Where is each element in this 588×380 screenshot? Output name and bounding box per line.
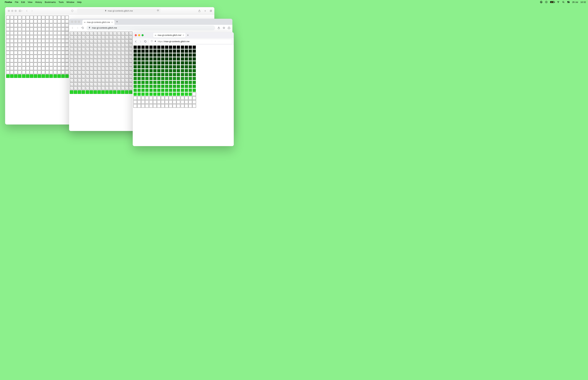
grid-cell bbox=[149, 45, 153, 49]
zoom-icon[interactable] bbox=[142, 34, 144, 36]
minimize-icon[interactable] bbox=[11, 10, 13, 12]
menu-tools[interactable]: Tools bbox=[58, 1, 64, 3]
grid-cell bbox=[165, 81, 169, 84]
grid-cell bbox=[14, 43, 18, 47]
active-app-name[interactable]: Firefox bbox=[5, 1, 12, 3]
grammarly-icon[interactable] bbox=[540, 1, 543, 3]
chrome-back-button[interactable] bbox=[71, 27, 74, 29]
menu-help[interactable]: Help bbox=[77, 1, 82, 3]
chrome-forward-button[interactable] bbox=[76, 27, 79, 29]
grid-cell bbox=[77, 67, 81, 70]
grid-cell bbox=[185, 61, 188, 65]
grid-cell bbox=[109, 39, 113, 43]
chrome-traffic-lights[interactable] bbox=[70, 21, 80, 23]
grid-cell bbox=[6, 51, 10, 55]
safari-address-bar[interactable]: max-gl-contexts.glitch.me bbox=[77, 8, 160, 13]
grid-cell bbox=[109, 36, 113, 39]
grid-cell bbox=[94, 39, 97, 43]
chrome-bookmark-button[interactable] bbox=[223, 27, 225, 29]
menu-window[interactable]: Window bbox=[67, 1, 74, 3]
grid-cell bbox=[54, 39, 57, 43]
zoom-icon[interactable] bbox=[15, 10, 17, 12]
firefox-forward-button[interactable] bbox=[139, 40, 142, 43]
chrome-address-bar[interactable]: max-gl-contexts.glitch.me bbox=[86, 25, 215, 30]
battery-icon[interactable]: ⚡ bbox=[550, 1, 554, 3]
grid-cell bbox=[149, 81, 153, 84]
safari-forward-button[interactable] bbox=[31, 10, 33, 12]
grid-cell bbox=[22, 55, 25, 58]
wifi-icon[interactable] bbox=[557, 1, 560, 3]
menu-edit[interactable]: Edit bbox=[21, 1, 25, 3]
firefox-back-button[interactable] bbox=[134, 40, 137, 43]
grid-cell bbox=[137, 92, 141, 96]
close-tab-icon[interactable]: × bbox=[183, 34, 184, 37]
grid-cell bbox=[185, 92, 188, 96]
menu-file[interactable]: File bbox=[15, 1, 18, 3]
menu-bookmarks[interactable]: Bookmarks bbox=[45, 1, 56, 3]
close-tab-icon[interactable]: × bbox=[112, 21, 113, 24]
safari-reload-button[interactable] bbox=[157, 9, 159, 12]
chrome-reload-button[interactable] bbox=[81, 27, 84, 29]
grid-cell bbox=[54, 23, 57, 27]
grid-cell bbox=[169, 53, 172, 57]
grid-cell bbox=[57, 39, 61, 43]
grid-cell bbox=[34, 55, 37, 58]
firefox-tab-active[interactable]: ∞ max-gl-contexts.glitch.me/ × bbox=[153, 33, 186, 38]
chrome-tab-active[interactable]: ∞ max-gl-contexts.glitch.me × bbox=[82, 20, 114, 25]
safari-tabs-button[interactable] bbox=[209, 10, 212, 12]
firefox-window: ∞ max-gl-contexts.glitch.me/ × + bbox=[133, 32, 234, 146]
firefox-reload-button[interactable] bbox=[144, 40, 147, 43]
grid-cell bbox=[6, 19, 10, 23]
grid-cell bbox=[49, 70, 53, 74]
chrome-new-tab-button[interactable]: + bbox=[116, 20, 118, 24]
grid-cell bbox=[165, 92, 169, 96]
chrome-extensions-button[interactable] bbox=[228, 27, 230, 29]
menu-history[interactable]: History bbox=[35, 1, 42, 3]
grid-cell bbox=[173, 49, 176, 53]
grid-cell bbox=[65, 55, 69, 58]
grid-cell bbox=[38, 59, 41, 62]
firefox-new-tab-button[interactable]: + bbox=[187, 34, 189, 37]
close-icon[interactable] bbox=[8, 10, 10, 12]
grid-cell bbox=[181, 65, 184, 69]
safari-back-button[interactable] bbox=[25, 10, 28, 12]
chrome-share-button[interactable] bbox=[217, 27, 220, 29]
safari-url-text: max-gl-contexts.glitch.me bbox=[108, 10, 133, 12]
minimize-icon[interactable] bbox=[75, 21, 76, 23]
safari-traffic-lights[interactable] bbox=[7, 10, 17, 12]
grid-cell bbox=[61, 74, 65, 78]
minimize-icon[interactable] bbox=[138, 34, 140, 36]
grid-cell bbox=[105, 67, 109, 70]
firefox-tracking-shield-icon[interactable] bbox=[151, 40, 153, 43]
grid-cell bbox=[149, 73, 153, 76]
play-status-icon[interactable] bbox=[545, 1, 548, 3]
grid-cell bbox=[38, 35, 41, 39]
grid-cell bbox=[133, 45, 137, 49]
menu-view[interactable]: View bbox=[28, 1, 33, 3]
menubar-date[interactable]: 26 Jul bbox=[572, 1, 578, 3]
spotlight-icon[interactable] bbox=[562, 1, 565, 3]
close-icon[interactable] bbox=[71, 21, 73, 23]
safari-privacy-shield-icon[interactable] bbox=[71, 10, 74, 12]
menubar-time[interactable]: 10:32 bbox=[580, 1, 586, 3]
grid-cell bbox=[30, 39, 33, 43]
grid-cell bbox=[38, 23, 41, 27]
grid-cell bbox=[65, 19, 69, 23]
control-center-icon[interactable] bbox=[567, 1, 570, 3]
grid-cell bbox=[86, 90, 89, 94]
safari-sidebar-button[interactable] bbox=[19, 10, 23, 12]
zoom-icon[interactable] bbox=[78, 21, 80, 23]
grid-cell bbox=[77, 71, 81, 74]
grid-cell bbox=[177, 65, 180, 69]
firefox-address-bar[interactable]: https://max-gl-contexts.glitch.me bbox=[149, 39, 232, 44]
grid-cell bbox=[113, 59, 116, 63]
firefox-traffic-lights[interactable] bbox=[134, 34, 144, 36]
safari-new-tab-button[interactable] bbox=[204, 10, 207, 12]
grid-cell bbox=[90, 39, 93, 43]
grid-cell bbox=[113, 71, 116, 74]
safari-share-button[interactable] bbox=[198, 10, 201, 12]
close-icon[interactable] bbox=[135, 34, 137, 36]
grid-cell bbox=[70, 39, 73, 43]
grid-cell bbox=[90, 71, 93, 74]
grid-cell bbox=[153, 45, 157, 49]
